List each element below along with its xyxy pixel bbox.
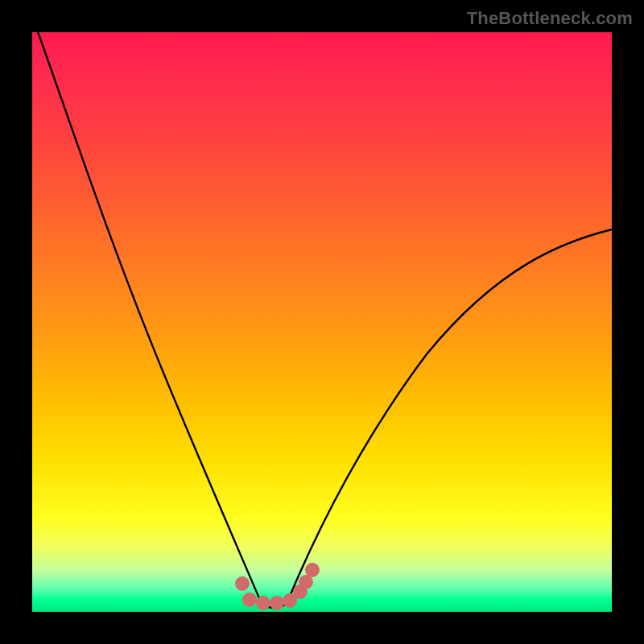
chart-container: TheBottleneck.com bbox=[0, 0, 644, 644]
plot-area bbox=[32, 32, 612, 612]
curve-left-branch bbox=[32, 16, 262, 604]
curve-right-branch bbox=[287, 229, 612, 604]
marker-dot bbox=[256, 596, 270, 610]
marker-dot bbox=[270, 596, 284, 610]
watermark-label: TheBottleneck.com bbox=[467, 8, 633, 29]
marker-dot bbox=[242, 592, 257, 607]
marker-dot bbox=[235, 576, 250, 591]
curve-svg bbox=[32, 32, 612, 612]
marker-dot bbox=[305, 563, 320, 577]
bottleneck-curve bbox=[32, 16, 612, 608]
